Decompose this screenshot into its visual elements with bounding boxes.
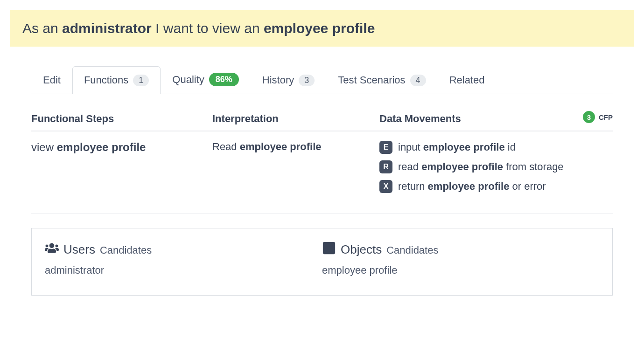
tab-label: Test Scenarios [338,74,405,86]
movement-pre: input [398,141,423,153]
users-icon [45,241,59,258]
movement-bold: employee profile [421,161,503,172]
functional-step: view employee profile [31,141,212,154]
tab-label: History [262,74,294,86]
object-candidate-value: employee profile [322,264,599,276]
users-title: Users [63,242,95,257]
columns-header: Functional Steps Interpretation Data Mov… [31,113,613,131]
story-middle: I want to view an [152,21,264,36]
interp-prefix: Read [212,141,240,152]
tab-bar: Edit Functions 1 Quality 86% History 3 T… [31,64,613,94]
percent-badge: 86% [209,73,239,86]
step-prefix: view [31,141,57,153]
tab-related[interactable]: Related [438,66,497,94]
users-subtitle: Candidates [100,244,152,256]
objects-candidates: Objects Candidates employee profile [322,240,599,276]
col-movements-title: Data Movements [379,113,613,125]
cfp-label: CFP [599,113,613,121]
data-movements-list: E input employee profile id R read emplo… [379,141,613,193]
movement-pre: return [398,180,428,192]
movement-post: id [505,141,516,153]
tab-label: Functions [84,74,128,86]
data-movement-read: R read employee profile from storage [379,160,613,173]
object-icon [322,241,336,258]
tab-edit[interactable]: Edit [31,66,72,94]
function-row: view employee profile Read employee prof… [31,131,613,214]
movement-pre: read [398,161,421,172]
movement-post: from storage [503,161,564,172]
tab-test-scenarios[interactable]: Test Scenarios 4 [326,66,437,94]
movement-bold: employee profile [423,141,505,153]
objects-subtitle: Candidates [386,244,438,256]
story-prefix: As an [22,21,62,36]
interpretation: Read employee profile [212,141,379,153]
story-role: administrator [62,21,152,36]
count-badge: 1 [133,75,149,86]
count-badge: 3 [299,75,315,86]
story-object: employee profile [264,21,375,36]
movement-tag-r: R [379,160,392,173]
objects-title: Objects [341,242,382,257]
movement-bold: employee profile [428,180,510,192]
data-movement-exit: X return employee profile or error [379,180,613,193]
user-candidate-value: administrator [45,264,322,276]
cfp-indicator: 3 CFP [583,111,613,123]
tab-label: Quality [172,74,204,86]
tab-history[interactable]: History 3 [251,66,326,94]
tab-label: Edit [43,74,61,86]
tab-functions[interactable]: Functions 1 [72,66,161,94]
step-bold: employee profile [57,141,146,153]
interp-bold: employee profile [240,141,322,152]
users-candidates: Users Candidates administrator [45,240,322,276]
col-steps-title: Functional Steps [31,113,212,125]
candidates-panel: Users Candidates administrator Objects C… [31,228,613,296]
tab-quality[interactable]: Quality 86% [161,65,251,94]
movement-tag-e: E [379,141,392,154]
data-movement-entry: E input employee profile id [379,141,613,154]
user-story-banner: As an administrator I want to view an em… [10,10,634,47]
tab-label: Related [449,74,485,86]
cfp-count-badge: 3 [583,111,595,123]
col-interpretation-title: Interpretation [212,113,379,125]
movement-tag-x: X [379,180,392,193]
count-badge: 4 [410,75,426,86]
movement-post: or error [509,180,546,192]
